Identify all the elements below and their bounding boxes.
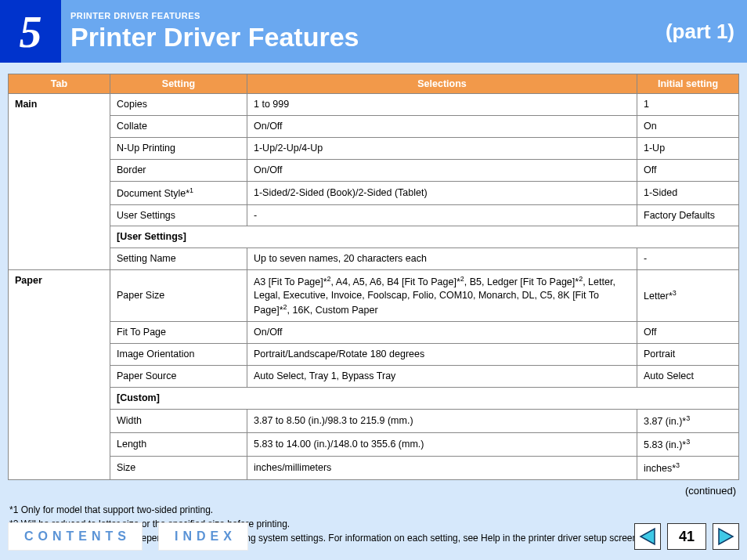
table-row: Fit To Page On/Off Off [9,322,739,344]
setting-cell: Width [110,409,247,432]
selections-cell: 1 to 999 [247,94,637,116]
selections-cell: On/Off [247,322,637,344]
page-title: Printer Driver Features [70,22,359,52]
col-setting: Setting [110,74,247,94]
selections-cell: 3.87 to 8.50 (in.)/98.3 to 215.9 (mm.) [247,409,637,432]
initial-cell: 1-Sided [637,181,739,204]
initial-cell: - [637,248,739,270]
continued-label: (continued) [8,480,739,497]
initial-cell: Off [637,159,739,181]
page-body: Tab Setting Selections Initial setting M… [0,63,747,560]
setting-cell: Setting Name [110,248,247,270]
next-page-button[interactable] [713,523,739,550]
selections-cell: - [247,204,637,226]
selections-cell: 1-Up/2-Up/4-Up [247,137,637,159]
svg-marker-0 [641,529,655,544]
page-number: 41 [667,523,706,550]
table-row: Document Style*1 1-Sided/2-Sided (Book)/… [9,181,739,204]
table-row: Width 3.87 to 8.50 (in.)/98.3 to 215.9 (… [9,409,739,432]
selections-cell: On/Off [247,115,637,137]
header-titles: PRINTER DRIVER FEATURES Printer Driver F… [61,0,359,63]
tab-paper: Paper [9,270,110,480]
table-row: Border On/Off Off [9,159,739,181]
table-row: Collate On/Off On [9,115,739,137]
selections-cell: Up to seven names, 20 characters each [247,248,637,270]
table-row: Length 5.83 to 14.00 (in.)/148.0 to 355.… [9,432,739,456]
initial-cell: 1-Up [637,137,739,159]
table-row: [User Settings] [9,226,739,248]
arrow-left-icon [639,527,656,546]
initial-cell: Factory Defaults [637,204,739,226]
initial-cell: Off [637,322,739,344]
setting-cell: User Settings [110,204,247,226]
col-selections: Selections [247,74,637,94]
col-tab: Tab [9,74,110,94]
table-row: Image Orientation Portrait/Landscape/Rot… [9,343,739,365]
setting-cell: Document Style*1 [110,181,247,204]
table-row: Paper Paper Size A3 [Fit To Page]*2, A4,… [9,270,739,322]
part-label: (part 1) [666,20,734,44]
eyebrow-title: PRINTER DRIVER FEATURES [70,11,359,20]
features-table: Tab Setting Selections Initial setting M… [8,74,739,480]
setting-cell: N-Up Printing [110,137,247,159]
selections-cell: On/Off [247,159,637,181]
col-initial: Initial setting [637,74,739,94]
setting-cell: Image Orientation [110,343,247,365]
selections-cell: 1-Sided/2-Sided (Book)/2-Sided (Tablet) [247,181,637,204]
selections-cell: Auto Select, Tray 1, Bypass Tray [247,365,637,387]
initial-cell: 3.87 (in.)*3 [637,409,739,432]
setting-cell: Paper Size [110,270,247,322]
table-row: Size inches/millimeters inches*3 [9,456,739,479]
setting-cell: Length [110,432,247,456]
initial-cell: inches*3 [637,456,739,479]
initial-cell: 1 [637,94,739,116]
table-row: [Custom] [9,387,739,409]
subheader-custom: [Custom] [110,387,739,409]
table-row: Main Copies 1 to 999 1 [9,94,739,116]
selections-cell: Portrait/Landscape/Rotate 180 degrees [247,343,637,365]
table-row: N-Up Printing 1-Up/2-Up/4-Up 1-Up [9,137,739,159]
initial-cell: 5.83 (in.)*3 [637,432,739,456]
index-button[interactable]: INDEX [158,522,248,551]
chapter-number: 5 [0,0,61,63]
table-row: Setting Name Up to seven names, 20 chara… [9,248,739,270]
selections-cell: inches/millimeters [247,456,637,479]
setting-cell: Fit To Page [110,322,247,344]
initial-cell: Letter*3 [637,270,739,322]
table-row: User Settings - Factory Defaults [9,204,739,226]
subheader-user-settings: [User Settings] [110,226,739,248]
tab-main: Main [9,94,110,270]
initial-cell: Auto Select [637,365,739,387]
page-footer: CONTENTS INDEX 41 [8,522,739,551]
initial-cell: On [637,115,739,137]
setting-cell: Collate [110,115,247,137]
contents-button[interactable]: CONTENTS [8,522,143,551]
selections-cell: 5.83 to 14.00 (in.)/148.0 to 355.6 (mm.) [247,432,637,456]
arrow-right-icon [717,527,734,546]
setting-cell: Size [110,456,247,479]
selections-cell: A3 [Fit To Page]*2, A4, A5, A6, B4 [Fit … [247,270,637,322]
footnote-1: *1 Only for model that support two-sided… [9,503,738,517]
initial-cell: Portrait [637,343,739,365]
prev-page-button[interactable] [634,523,661,550]
setting-cell: Paper Source [110,365,247,387]
setting-cell: Copies [110,94,247,116]
setting-cell: Border [110,159,247,181]
table-row: Paper Source Auto Select, Tray 1, Bypass… [9,365,739,387]
page-header: 5 PRINTER DRIVER FEATURES Printer Driver… [0,0,747,63]
svg-marker-1 [719,529,733,544]
